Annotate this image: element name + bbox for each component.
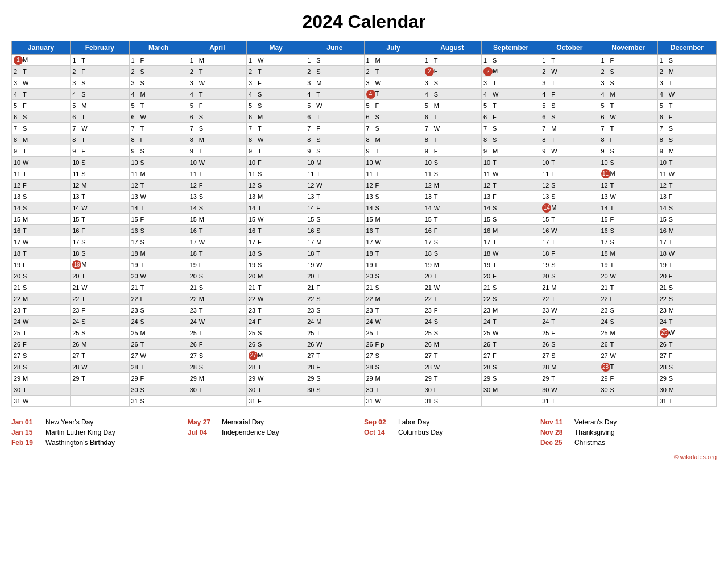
day-num: 17 — [542, 239, 551, 245]
day-num: 12 — [72, 182, 81, 189]
holiday-group-3: Sep 02 Labor Day Oct 14 Columbus Day — [364, 418, 529, 449]
day-num: 13 — [366, 193, 375, 200]
day-letter: M — [140, 170, 146, 177]
day-letter: F — [140, 216, 144, 223]
day-letter: W — [81, 205, 87, 211]
day-num: 24 — [660, 318, 669, 325]
day-letter: F — [316, 284, 320, 291]
day-letter: M — [199, 375, 204, 382]
calendar-cell: 6 W — [129, 111, 188, 123]
day-num: 6 — [131, 114, 140, 120]
day-num: 17 — [483, 239, 493, 245]
day-num: 1 — [366, 57, 375, 64]
day-num: 16 — [601, 227, 610, 234]
day-num: 7 — [542, 125, 551, 132]
calendar-cell: 11 T — [305, 168, 364, 180]
day-num: 8 — [131, 136, 140, 143]
day-num: 8 — [660, 136, 669, 143]
day-num: 4 — [14, 91, 23, 98]
day-letter: M — [493, 227, 498, 234]
holiday-item: Jul 04 Independence Day — [188, 428, 353, 436]
day-letter: T — [434, 273, 438, 280]
day-letter: T — [551, 80, 555, 86]
day-letter: F — [316, 364, 320, 370]
day-letter: M — [140, 91, 146, 98]
day-letter: T — [375, 227, 379, 234]
day-num: 10 — [425, 159, 434, 166]
day-num: 29 — [425, 375, 434, 382]
calendar-cell: 31 S — [423, 396, 481, 407]
day-num: 9 — [131, 148, 140, 155]
day-num: 4 — [307, 91, 316, 98]
calendar-cell: 13 T — [423, 191, 481, 202]
calendar-cell: 11 S — [71, 168, 129, 180]
calendar-cell: 2 S — [129, 66, 188, 77]
calendar-cell: 19 S — [540, 259, 599, 270]
day-letter: W — [316, 261, 322, 268]
day-num: 1 — [542, 57, 551, 64]
day-num: 18 — [249, 250, 258, 257]
day-letter: T — [551, 239, 555, 245]
calendar-cell: 17 S — [71, 236, 129, 248]
calendar-cell: 17 S — [599, 236, 657, 248]
calendar-cell: 23 W — [540, 305, 599, 316]
circle-day: 11 — [601, 169, 610, 178]
calendar-cell: 16 M — [657, 225, 716, 236]
day-letter: T — [23, 307, 27, 314]
calendar-cell: 8 T — [423, 134, 481, 145]
calendar-cell: 4 T — [188, 89, 246, 100]
day-letter: M — [551, 125, 556, 132]
day-num: 3 — [72, 80, 81, 86]
day-letter: S — [669, 136, 673, 143]
day-num: 9 — [483, 148, 493, 155]
day-letter: T — [81, 136, 85, 143]
day-letter: T — [81, 57, 85, 64]
day-num: 2 — [307, 68, 316, 75]
day-letter: S — [316, 57, 320, 64]
calendar-cell: 13 F — [657, 191, 716, 202]
calendar-cell: 25 S — [71, 327, 129, 339]
calendar-cell: 4 T — [305, 89, 364, 100]
day-num: 14 — [190, 205, 199, 211]
calendar-cell: 28 S — [657, 361, 716, 373]
day-letter: S — [610, 68, 614, 75]
day-num: 11 — [249, 170, 258, 177]
day-letter: M — [375, 136, 380, 143]
day-num: 28 — [366, 364, 375, 370]
calendar-cell: 7 W — [71, 123, 129, 134]
day-num: 7 — [425, 125, 434, 132]
calendar-cell: 19 W — [305, 259, 364, 270]
day-num: 26 — [131, 341, 140, 348]
day-num: 3 — [307, 80, 316, 86]
day-letter: T — [434, 136, 438, 143]
day-num: 21 — [542, 284, 551, 291]
day-num: 17 — [190, 239, 199, 245]
day-letter: F — [551, 91, 555, 98]
day-letter: S — [140, 318, 144, 325]
calendar-cell: 14 S — [482, 202, 540, 214]
calendar-cell: 29 S — [657, 373, 716, 384]
calendar-cell: 14 M — [540, 202, 599, 214]
day-letter: F — [669, 352, 673, 359]
holiday-name: Memorial Day — [222, 418, 264, 426]
day-num: 10 — [131, 159, 140, 166]
calendar-cell: 12 M — [423, 180, 481, 191]
calendar-cell: 25 M — [129, 327, 188, 339]
calendar-cell: 9 M — [657, 145, 716, 157]
calendar-cell: 5 T — [599, 100, 657, 111]
day-num: 1 — [483, 57, 493, 64]
calendar-cell: 6 W — [599, 111, 657, 123]
day-num: 21 — [72, 284, 81, 291]
day-letter: M — [669, 386, 674, 393]
day-letter: S — [493, 295, 497, 302]
calendar-cell: 21 T — [599, 282, 657, 293]
calendar-cell: 21 W — [71, 282, 129, 293]
calendar-cell: 8 S — [482, 134, 540, 145]
calendar-cell: 13 W — [599, 191, 657, 202]
calendar-cell: 3 S — [599, 77, 657, 89]
day-num: 23 — [249, 307, 258, 314]
month-header-aug: August — [423, 41, 481, 55]
calendar-cell: 21 S — [482, 282, 540, 293]
calendar-cell: 9 S — [129, 145, 188, 157]
day-letter: F — [258, 398, 262, 405]
